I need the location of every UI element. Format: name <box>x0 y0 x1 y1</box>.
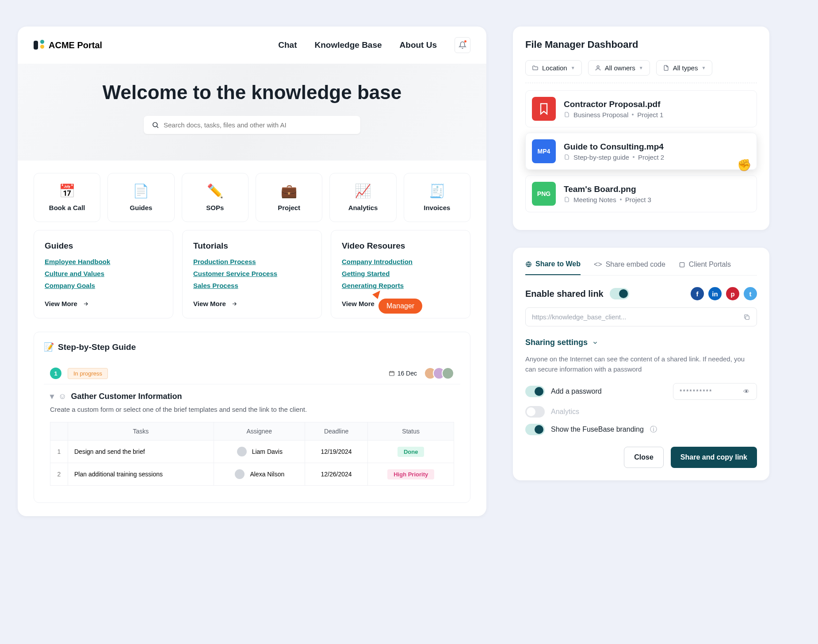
resource-link[interactable]: Employee Handbook <box>45 258 162 265</box>
close-button[interactable]: Close <box>624 447 664 468</box>
tile-label: Analytics <box>348 204 378 211</box>
grab-cursor-icon: ✊ <box>737 158 751 172</box>
file-row[interactable]: MP4 Guide to Consulting.mp4 Step-by-step… <box>525 133 757 170</box>
file-row[interactable]: Contractor Proposal.pdf Business Proposa… <box>525 90 757 127</box>
step-number: 1 <box>50 368 61 379</box>
settings-description: Anyone on the Internet can see the conte… <box>525 354 757 374</box>
file-meta: Step-by-step guideProject 2 <box>564 153 664 161</box>
doc-icon <box>663 65 669 71</box>
resource-link[interactable]: Culture and Values <box>45 270 162 277</box>
arrow-right-icon <box>82 301 90 307</box>
guide-section-title: 📝Step-by-Step Guide <box>44 342 460 352</box>
twitter-icon[interactable]: t <box>744 287 757 300</box>
file-meta: Business ProposalProject 1 <box>564 111 663 119</box>
tile-icon: 📈 <box>334 183 391 199</box>
tile-guides[interactable]: 📄 Guides <box>107 173 174 222</box>
table-row[interactable]: 2 Plan additional training sessions Alex… <box>50 463 454 486</box>
file-manager-title: File Manager Dashboard <box>525 39 757 50</box>
tile-icon: 📄 <box>112 183 169 199</box>
password-field[interactable]: **********👁 <box>673 383 757 400</box>
doc-icon <box>564 154 570 160</box>
user-icon <box>595 65 601 71</box>
tab-embed[interactable]: <> Share embed code <box>594 260 665 275</box>
nav-knowledge-base[interactable]: Knowledge Base <box>315 40 382 50</box>
tile-icon: ✏️ <box>187 183 244 199</box>
copy-icon[interactable] <box>743 314 750 321</box>
search-bar[interactable] <box>144 116 360 134</box>
chevron-down-icon: ▼ <box>701 65 706 70</box>
calendar-icon <box>389 370 395 376</box>
tile-analytics[interactable]: 📈 Analytics <box>329 173 396 222</box>
info-icon[interactable]: ⓘ <box>650 425 657 434</box>
card-title: Video Resoures <box>342 241 459 251</box>
option-label: Analytics <box>551 408 579 416</box>
search-input[interactable] <box>164 121 352 129</box>
share-copy-button[interactable]: Share and copy link <box>671 447 757 468</box>
globe-icon <box>525 261 532 268</box>
tile-invoices[interactable]: 🧾 Invoices <box>404 173 470 222</box>
tile-icon: 💼 <box>260 183 317 199</box>
svg-rect-5 <box>745 316 749 319</box>
file-row[interactable]: PNG Team's Board.png Meeting NotesProjec… <box>525 175 757 212</box>
tile-project[interactable]: 💼 Project <box>256 173 322 222</box>
tab-portals[interactable]: Client Portals <box>679 260 731 275</box>
resource-link[interactable]: Company Goals <box>45 282 162 289</box>
share-link-field[interactable]: https://knowledge_base_client... <box>525 307 757 326</box>
guide-subtask-title[interactable]: ▾☺ Gather Customer Information <box>50 391 454 401</box>
progress-badge: In progress <box>68 368 108 379</box>
guide-description: Create a custom form or select one of th… <box>50 406 454 413</box>
search-icon <box>152 121 159 129</box>
filter-all-types[interactable]: All types▼ <box>656 60 713 76</box>
table-row[interactable]: 1 Design and send the brief Liam Davis 1… <box>50 441 454 463</box>
filter-all-owners[interactable]: All owners▼ <box>588 60 650 76</box>
tile-book-a-call[interactable]: 📅 Book a Call <box>34 173 100 222</box>
collaborator-avatars[interactable] <box>428 367 454 380</box>
guide-date: 16 Dec <box>389 370 417 377</box>
file-title: Guide to Consulting.mp4 <box>564 142 664 152</box>
tile-label: Guides <box>130 204 153 211</box>
resource-link[interactable]: Getting Started <box>342 270 459 277</box>
view-more-link[interactable]: View More <box>45 300 162 307</box>
arrow-right-icon <box>230 301 238 307</box>
option-toggle[interactable] <box>525 386 545 397</box>
brand-logo[interactable]: ACME Portal <box>34 40 102 50</box>
code-icon: <> <box>594 261 602 268</box>
sharing-settings-toggle[interactable]: Sharing settings <box>525 338 757 347</box>
svg-rect-1 <box>389 372 394 376</box>
doc-icon <box>564 196 570 203</box>
facebook-icon[interactable]: f <box>691 287 704 300</box>
resource-link[interactable]: Company Introduction <box>342 258 459 265</box>
resource-link[interactable]: Sales Process <box>193 282 311 289</box>
logo-icon <box>34 40 44 50</box>
arrow-right-icon <box>379 301 387 307</box>
filter-location[interactable]: Location▼ <box>525 60 582 76</box>
brand-name: ACME Portal <box>49 40 102 50</box>
file-title: Contractor Proposal.pdf <box>564 100 663 109</box>
resource-link[interactable]: Customer Service Process <box>193 270 311 277</box>
bell-icon <box>459 41 466 49</box>
enable-link-label: Enable shared link <box>525 289 604 299</box>
doc-icon <box>564 111 570 118</box>
tab-share-web[interactable]: Share to Web <box>525 260 581 275</box>
tile-sops[interactable]: ✏️ SOPs <box>182 173 248 222</box>
svg-rect-4 <box>680 262 684 267</box>
eye-icon[interactable]: 👁 <box>743 388 750 395</box>
enable-link-toggle[interactable] <box>610 288 629 299</box>
view-more-link[interactable]: View More <box>193 300 311 307</box>
card-title: Tutorials <box>193 241 311 251</box>
tile-icon: 🧾 <box>409 183 466 199</box>
resource-link[interactable]: Production Process <box>193 258 311 265</box>
notifications-button[interactable] <box>455 37 470 53</box>
nav-about[interactable]: About Us <box>400 40 437 50</box>
option-toggle[interactable] <box>525 424 545 435</box>
option-toggle[interactable] <box>525 406 545 418</box>
tile-icon: 📅 <box>38 183 96 199</box>
tile-label: Project <box>278 204 300 211</box>
view-more-link[interactable]: View More <box>342 300 459 307</box>
linkedin-icon[interactable]: in <box>708 287 722 300</box>
pinterest-icon[interactable]: p <box>726 287 739 300</box>
file-type-icon <box>532 97 556 121</box>
file-type-icon: MP4 <box>532 139 556 163</box>
resource-link[interactable]: Generating Reports <box>342 282 459 289</box>
nav-chat[interactable]: Chat <box>278 40 297 50</box>
